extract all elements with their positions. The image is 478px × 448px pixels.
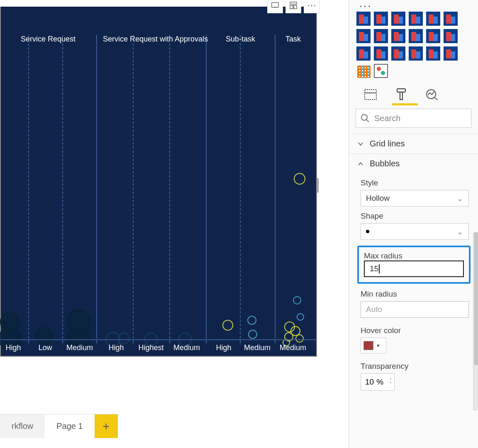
x-label: Medium xyxy=(240,343,275,352)
svg-rect-2 xyxy=(290,2,297,4)
gridlines-section-label: Grid lines xyxy=(370,139,405,149)
viz-type-icon[interactable] xyxy=(356,29,371,43)
group-header: Service Request xyxy=(21,35,76,44)
chevron-down-icon xyxy=(357,141,364,147)
x-label: High xyxy=(1,343,26,352)
bubble-point[interactable] xyxy=(247,316,256,325)
x-label: High xyxy=(208,343,239,352)
x-label: Medium xyxy=(169,343,204,352)
shape-select[interactable]: ⌄ xyxy=(361,223,469,240)
style-label: Style xyxy=(361,178,469,187)
transparency-input[interactable]: 10 % ˄˅ xyxy=(361,373,395,391)
more-options-button[interactable]: ⋯ xyxy=(304,0,319,13)
viz-type-icon[interactable] xyxy=(391,46,405,61)
page-tabs: rkflow Page 1 + xyxy=(0,414,118,438)
group-header: Service Request with Approvals xyxy=(103,35,208,44)
gridlines-section-header[interactable]: Grid lines xyxy=(349,134,478,153)
viz-type-icon[interactable] xyxy=(356,64,371,78)
visualizations-pane: ... xyxy=(349,0,478,448)
svg-rect-5 xyxy=(365,90,376,100)
viz-type-icon[interactable] xyxy=(444,12,458,26)
transparency-value: 10 xyxy=(365,377,374,387)
svg-rect-1 xyxy=(274,7,276,8)
text-caret xyxy=(379,264,380,273)
svg-point-11 xyxy=(361,114,367,120)
bubble-point[interactable] xyxy=(293,296,301,304)
color-swatch-icon xyxy=(363,341,373,350)
svg-line-10 xyxy=(434,97,438,100)
chart-x-axis: High Low Medium High Highest Medium High… xyxy=(1,339,316,356)
add-page-button[interactable]: + xyxy=(95,414,118,438)
svg-rect-7 xyxy=(397,89,405,92)
min-radius-input[interactable]: Auto xyxy=(361,301,469,318)
search-icon xyxy=(361,114,370,123)
report-canvas[interactable]: ⋯ Service Request xyxy=(0,0,349,448)
page-tab-page1[interactable]: Page 1 xyxy=(45,414,94,438)
visual-frame[interactable]: ⋯ Service Request xyxy=(0,0,328,357)
viz-type-icon[interactable] xyxy=(356,12,371,26)
transparency-unit: % xyxy=(376,377,383,387)
max-radius-label: Max radius xyxy=(364,251,464,261)
bubble-point[interactable] xyxy=(294,173,305,185)
hover-color-picker[interactable]: ▼ xyxy=(361,338,386,353)
group-header: Task xyxy=(285,35,301,44)
chevron-up-icon xyxy=(357,161,364,167)
bubble-point[interactable] xyxy=(248,330,257,339)
svg-rect-8 xyxy=(400,92,402,100)
viz-type-gallery xyxy=(349,10,478,82)
chevron-down-icon: ⌄ xyxy=(457,227,463,236)
x-label: Medium xyxy=(276,343,310,352)
format-tab[interactable] xyxy=(393,86,410,103)
pane-tabs xyxy=(349,82,478,103)
x-label: High xyxy=(100,343,133,352)
pane-scrollbar[interactable] xyxy=(473,232,478,411)
viz-type-icon[interactable] xyxy=(374,12,388,26)
max-radius-input[interactable]: 15 xyxy=(364,261,464,277)
viz-type-icon[interactable] xyxy=(409,12,423,26)
viz-type-icon[interactable] xyxy=(356,46,371,61)
fields-tab[interactable] xyxy=(362,86,379,103)
focus-mode-button[interactable] xyxy=(267,0,283,13)
viz-type-icon[interactable] xyxy=(374,46,388,61)
bubble-point[interactable] xyxy=(297,313,304,321)
visual-action-bar: ⋯ xyxy=(267,0,319,13)
max-radius-highlight: Max radius 15 xyxy=(357,246,471,284)
svg-rect-4 xyxy=(294,5,297,9)
style-select-value: Hollow xyxy=(366,194,390,203)
hover-color-label: Hover color xyxy=(361,326,469,335)
chart-group-headers: Service Request Service Request with App… xyxy=(1,35,316,50)
viz-type-icon[interactable] xyxy=(426,29,440,43)
viz-type-icon[interactable] xyxy=(409,46,423,61)
viz-type-icon[interactable] xyxy=(426,12,440,26)
min-radius-label: Min radius xyxy=(361,290,469,299)
chart-plot-area[interactable]: Service Request Service Request with App… xyxy=(1,7,316,356)
transparency-label: Transparency xyxy=(361,362,469,371)
viz-type-icon-selected[interactable] xyxy=(374,64,388,78)
viz-type-icon[interactable] xyxy=(426,46,440,61)
scrollbar-thumb[interactable] xyxy=(474,232,478,365)
x-label: Medium xyxy=(63,343,96,352)
style-select[interactable]: Hollow ⌄ xyxy=(361,190,469,207)
chevron-down-icon: ▼ xyxy=(376,343,380,348)
viz-type-icon[interactable] xyxy=(391,12,405,26)
viz-type-icon[interactable] xyxy=(444,46,458,61)
pane-more-icon[interactable]: ... xyxy=(349,0,478,10)
bubbles-section-header[interactable]: Bubbles xyxy=(349,153,478,173)
min-radius-placeholder: Auto xyxy=(366,305,382,314)
svg-rect-3 xyxy=(290,5,293,9)
viz-type-icon[interactable] xyxy=(391,29,405,43)
format-search-input[interactable] xyxy=(356,109,471,128)
spinner-arrows[interactable]: ˄˅ xyxy=(390,378,392,386)
shape-label: Shape xyxy=(361,212,469,221)
group-header: Sub-task xyxy=(226,35,255,44)
x-label: Highest xyxy=(134,343,168,352)
viz-type-icon[interactable] xyxy=(374,29,388,43)
filter-icon-button[interactable] xyxy=(285,0,301,13)
analytics-tab[interactable] xyxy=(424,86,440,103)
bubbles-section-label: Bubbles xyxy=(370,159,400,168)
max-radius-value: 15 xyxy=(370,264,378,273)
page-tab-truncated[interactable]: rkflow xyxy=(0,414,45,438)
viz-type-icon[interactable] xyxy=(444,29,458,43)
viz-type-icon[interactable] xyxy=(409,29,423,43)
bubble-point[interactable] xyxy=(222,320,233,331)
